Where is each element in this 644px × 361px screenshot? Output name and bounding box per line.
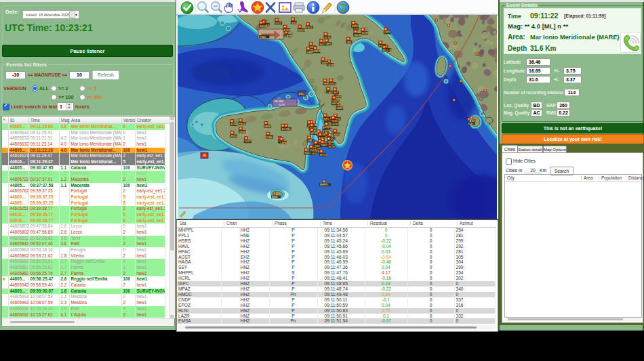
svg-text:FIL ISN: FIL ISN — [275, 100, 283, 103]
svg-text:HPAC: HPAC — [323, 83, 330, 85]
svg-text:GRAU: GRAU — [239, 131, 247, 133]
svg-text:SOO: SOO — [281, 128, 287, 131]
svg-text:SCTE: SCTE — [324, 37, 331, 39]
svg-text:ACER: ACER — [283, 29, 291, 32]
svg-text:AMUR: AMUR — [260, 25, 267, 28]
svg-text:WDD: WDD — [272, 196, 278, 198]
svg-text:MSFR: MSFR — [325, 126, 332, 129]
svg-text:HMDC: HMDC — [337, 107, 344, 110]
svg-text:GIB: GIB — [308, 140, 313, 142]
svg-text:CAMP: CAMP — [307, 51, 315, 54]
svg-text:MMGO: MMGO — [352, 25, 360, 28]
svg-text:ORI: ORI — [347, 41, 351, 44]
svg-text:EPOZ: EPOZ — [329, 83, 337, 85]
svg-text:PIAN: PIAN — [260, 36, 266, 39]
svg-text:MILZ: MILZ — [383, 49, 389, 52]
svg-text:SCHR: SCHR — [361, 32, 369, 35]
svg-text:ACER: ACER — [230, 123, 238, 126]
svg-text:MRVN: MRVN — [314, 50, 321, 53]
svg-text:LAZR: LAZR — [333, 100, 340, 102]
svg-text:PAOL: PAOL — [306, 26, 314, 29]
svg-text:SGRT: SGRT — [321, 62, 329, 64]
svg-text:SSY: SSY — [334, 91, 339, 94]
svg-text:SCTE: SCTE — [328, 146, 335, 148]
svg-text:CELB: CELB — [327, 141, 334, 144]
svg-text:MRB1: MRB1 — [264, 125, 271, 128]
svg-text:HZZ3: HZZ3 — [305, 152, 311, 154]
svg-text:TAR1: TAR1 — [325, 43, 331, 45]
svg-text:CELB: CELB — [327, 64, 334, 66]
svg-text:ISPC: ISPC — [323, 118, 329, 121]
svg-text:TRIV: TRIV — [315, 145, 321, 148]
svg-text:MTTG: MTTG — [320, 154, 327, 156]
svg-text:EMSA: EMSA — [334, 133, 341, 136]
svg-text:CAPA: CAPA — [280, 142, 287, 144]
svg-text:MOCO: MOCO — [230, 135, 238, 137]
svg-text:SLCN: SLCN — [310, 149, 317, 152]
svg-text:VULT: VULT — [275, 22, 282, 25]
svg-text:PAOL: PAOL — [239, 123, 247, 125]
svg-text:ETL: ETL — [299, 93, 304, 95]
svg-text:MHPPL: MHPPL — [320, 184, 329, 186]
svg-text:HLNI: HLNI — [331, 120, 337, 123]
svg-text:MOCO: MOCO — [298, 29, 306, 32]
svg-text:TAR1: TAR1 — [321, 144, 327, 147]
svg-text:MCSR: MCSR — [310, 132, 318, 135]
svg-text:HAGA: HAGA — [332, 102, 340, 105]
svg-text:SALB: SALB — [354, 34, 361, 37]
svg-text:PIAN: PIAN — [266, 136, 273, 139]
svg-text:CET2: CET2 — [384, 31, 390, 34]
svg-text:VLS: VLS — [468, 123, 473, 125]
svg-text:AGST: AGST — [332, 123, 340, 126]
svg-text:SOO: SOO — [291, 22, 297, 24]
svg-text:VULT: VULT — [245, 140, 251, 143]
svg-text:LCS: LCS — [279, 104, 285, 106]
svg-text:CAPA: CAPA — [285, 35, 291, 37]
